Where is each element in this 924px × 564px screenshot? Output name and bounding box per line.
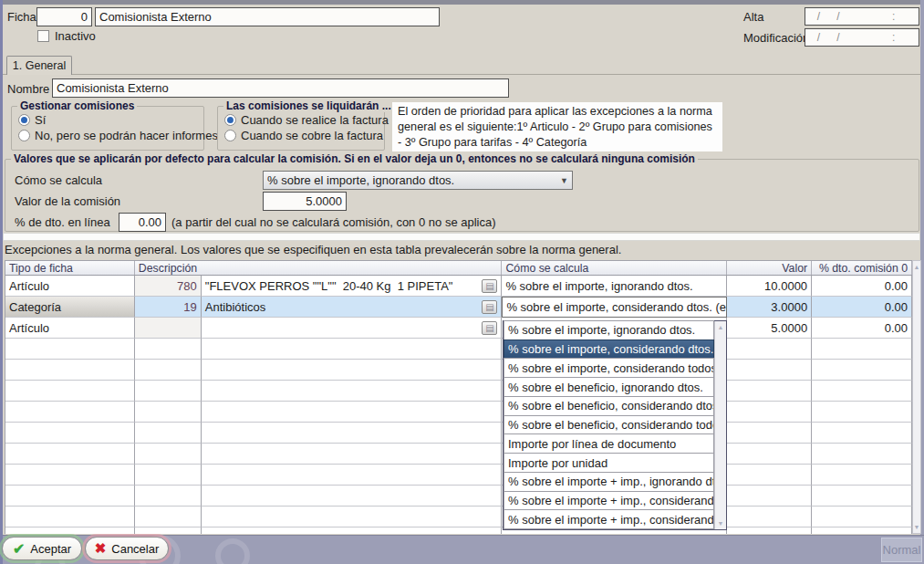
dropdown-item[interactable]: Importe por unidad [504,453,714,473]
table-row-empty[interactable] [5,402,912,423]
radio-gestionar-si[interactable]: Sí [18,113,46,127]
table-row-empty[interactable] [5,465,912,486]
cell-empty[interactable] [5,423,135,444]
dropdown-item[interactable]: % sobre el importe, ignorando dtos. [504,320,714,340]
table-row-empty[interactable] [5,423,912,444]
cell-empty[interactable] [727,465,812,486]
dto-linea-field[interactable]: 0.00 [119,213,166,232]
cell-empty[interactable] [727,402,812,423]
arrow-down-icon[interactable]: ▼ [718,520,724,527]
tab-general[interactable]: 1. General [6,56,72,75]
dropdown-item[interactable]: Importe por línea de documento [504,433,714,454]
cell-empty[interactable] [812,339,912,360]
arrow-up-icon[interactable]: ▲ [914,264,920,270]
cell-empty[interactable] [202,507,503,527]
dropdown-item[interactable]: % sobre el importe + imp., considerando … [504,491,714,511]
cell-empty[interactable] [202,402,503,423]
cell-empty[interactable] [135,444,202,465]
cell-empty[interactable] [812,381,912,402]
cell-tipo-current[interactable]: Categoría [5,297,135,318]
cell-empty[interactable] [812,423,912,444]
arrow-down-icon[interactable]: ▼ [914,524,920,530]
column-header-como[interactable]: Cómo se calcula [502,261,727,275]
cell-empty[interactable] [135,507,202,527]
table-row-empty[interactable] [5,339,912,360]
cell-dto[interactable]: 0.00 [812,318,912,339]
cell-empty[interactable] [812,465,912,486]
radio-gestionar-no[interactable]: No, pero se podrán hacer informes [18,129,218,142]
dropdown-scrollbar[interactable]: ▲ ▼ [714,321,726,529]
cell-empty[interactable] [202,360,503,381]
radio-liquidar-factura[interactable]: Cuando se realice la factura [224,113,389,127]
como-se-calcula-combo[interactable]: % sobre el importe, ignorando dtos. ▼ [263,171,573,190]
document-icon[interactable]: ▤ [482,300,497,314]
cell-como-editor[interactable]: % sobre el importe, considerando dtos. (… [502,297,727,318]
column-header-descripcion[interactable]: Descripción [135,261,503,275]
cell-empty[interactable] [812,360,912,381]
cell-empty[interactable] [5,402,135,423]
cell-empty[interactable] [5,465,135,486]
cell-empty[interactable] [202,465,503,486]
cell-empty[interactable] [727,444,812,465]
cell-como[interactable]: % sobre el importe, ignorando dtos. [502,276,727,297]
cell-num[interactable]: 780 [135,276,202,297]
alta-date-field[interactable]: / / : : [805,7,919,26]
cell-empty[interactable] [202,527,503,534]
cell-empty[interactable] [5,527,135,534]
cell-empty[interactable] [135,423,202,444]
aceptar-button[interactable]: ✔ Aceptar [2,537,82,560]
cell-valor[interactable]: 3.0000 [727,297,812,318]
cell-desc[interactable]: Antibióticos ▤ [202,297,503,318]
cell-empty[interactable] [5,507,135,527]
cell-empty[interactable] [5,339,135,360]
cell-empty[interactable] [202,486,503,507]
radio-liquidar-cobro[interactable]: Cuando se cobre la factura [224,129,383,142]
cell-tipo[interactable]: Artículo [5,318,135,339]
cell-empty[interactable] [727,507,812,527]
arrow-up-icon[interactable]: ▲ [718,324,724,330]
cell-empty[interactable] [727,381,812,402]
table-row-empty[interactable] [5,381,912,402]
table-row-empty[interactable] [5,486,912,507]
cell-empty[interactable] [135,486,202,507]
cell-empty[interactable] [727,527,812,534]
cell-empty[interactable] [202,339,503,360]
cell-empty[interactable] [5,444,135,465]
dropdown-item[interactable]: % sobre el beneficio, considerando dtos.… [504,396,714,416]
cell-dto[interactable]: 0.00 [812,276,912,297]
cell-valor[interactable]: 5.0000 [727,318,812,339]
table-row-empty[interactable] [5,444,912,465]
cell-empty[interactable] [812,507,912,527]
column-header-valor[interactable]: Valor [727,261,812,275]
cell-num[interactable]: 19 [135,297,202,318]
cell-desc[interactable]: "FLEVOX PERROS ""L"" 20-40 Kg 1 PIPETA" … [202,276,503,297]
cell-dto[interactable]: 0.00 [812,297,912,318]
cell-empty[interactable] [135,402,202,423]
cell-empty[interactable] [727,360,812,381]
ficha-title-field[interactable]: Comisionista Externo [95,7,440,26]
ficha-number-field[interactable]: 0 [36,7,92,26]
cell-empty[interactable] [727,339,812,360]
cell-empty[interactable] [202,444,503,465]
cell-empty[interactable] [812,486,912,507]
table-row-empty[interactable] [5,507,912,527]
cell-empty[interactable] [5,360,135,381]
table-vertical-scrollbar[interactable]: ▲ ▼ [912,260,921,534]
dropdown-item[interactable]: % sobre el beneficio, considerando todos… [504,415,714,435]
valor-comision-field[interactable]: 5.0000 [263,192,347,211]
cell-empty[interactable] [812,527,912,534]
document-icon[interactable]: ▤ [482,279,497,293]
cell-empty[interactable] [135,339,202,360]
table-row-empty[interactable] [5,360,912,381]
dropdown-item[interactable]: % sobre el importe + imp., considerando … [504,509,714,529]
cell-empty[interactable] [812,444,912,465]
table-row-empty[interactable] [5,527,912,534]
dropdown-item-highlighted[interactable]: % sobre el importe, considerando dtos. (… [504,339,714,360]
cell-empty[interactable] [202,423,503,444]
cell-desc[interactable]: ▤ [202,318,503,339]
nombre-field[interactable]: Comisionista Externo [52,78,509,98]
dropdown-item[interactable]: % sobre el beneficio, ignorando dtos. [504,377,714,397]
cell-empty[interactable] [135,527,202,534]
cell-empty[interactable] [727,486,812,507]
dropdown-item[interactable]: % sobre el importe, considerando todos l… [504,358,714,378]
